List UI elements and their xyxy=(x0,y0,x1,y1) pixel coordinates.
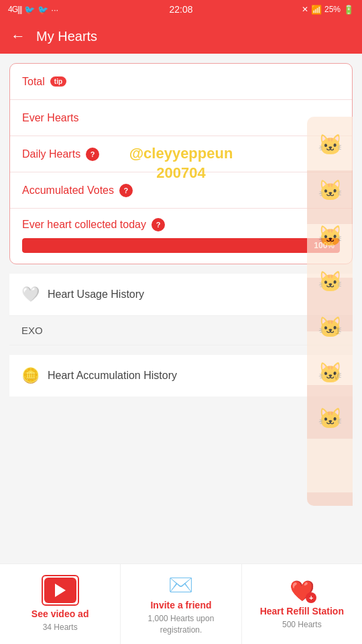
cat-icon-2: 🐱 xyxy=(312,172,348,208)
total-label: Total tip xyxy=(22,76,66,88)
battery-icon: 🔋 xyxy=(343,5,354,15)
accumulated-votes-row: Accumulated Votes ? xyxy=(10,172,352,209)
twitter-icon-1: 🐦 xyxy=(24,5,35,15)
accumulation-row[interactable]: 🪙 Heart Accumulation History ∨ xyxy=(9,355,353,396)
signal-icon: 4G||| xyxy=(8,5,21,14)
status-left: 4G||| 🐦 🐦 ··· xyxy=(8,5,58,15)
cat-icon-5: 🐱 xyxy=(312,309,348,345)
stats-card: Total tip Ever Hearts Daily Hearts ? xyxy=(9,63,353,264)
back-button[interactable]: ← xyxy=(11,28,25,45)
main-content: Total tip Ever Hearts Daily Hearts ? xyxy=(0,54,362,504)
no-signal-icon: ✕ xyxy=(302,5,308,14)
top-nav: ← My Hearts xyxy=(0,19,362,54)
invite-friend-button[interactable]: ✉️ Invite a friend 1,000 Hearts upon reg… xyxy=(121,564,241,644)
accumulation-section: 🪙 Heart Accumulation History ∨ xyxy=(9,355,353,396)
heart-usage-label: Heart Usage History xyxy=(48,288,144,301)
invite-desc: 1,000 Hearts upon registration. xyxy=(126,613,235,636)
status-right: ✕ 📶 25% 🔋 xyxy=(302,5,354,15)
total-row: Total tip xyxy=(10,64,352,100)
stats-card-wrapper: Total tip Ever Hearts Daily Hearts ? xyxy=(9,63,353,264)
accumulation-label: Heart Accumulation History xyxy=(48,370,177,382)
cat-icon-1: 🐱 xyxy=(312,126,348,162)
invite-title: Invite a friend xyxy=(150,600,211,610)
ever-hearts-label: Ever Hearts xyxy=(22,112,78,124)
daily-hearts-help-icon[interactable]: ? xyxy=(86,148,99,161)
accumulated-votes-label: Accumulated Votes ? xyxy=(22,184,133,197)
cat-icon-4: 🐱 xyxy=(312,263,348,299)
invite-icon: ✉️ xyxy=(166,572,196,597)
heart-refill-icon: ❤️ + xyxy=(287,578,316,603)
cat-icon-3: 🐱 xyxy=(312,217,348,254)
daily-hearts-row: Daily Hearts ? xyxy=(10,136,352,172)
progress-bar-fill xyxy=(22,238,340,253)
heart-usage-history-item[interactable]: 🤍 Heart Usage History xyxy=(9,274,353,316)
video-ad-desc: 34 Hearts xyxy=(43,622,78,633)
wifi-icon: 📶 xyxy=(311,5,322,15)
heart-usage-left: 🤍 Heart Usage History xyxy=(21,286,144,303)
cat-icon-7: 🐱 xyxy=(312,400,348,436)
twitter-icon-2: 🐦 xyxy=(38,5,48,15)
refill-title: Heart Refill Station xyxy=(260,606,344,616)
exo-row: EXO 1 xyxy=(9,316,353,345)
heart-refill-button[interactable]: ❤️ + Heart Refill Station 500 Hearts xyxy=(242,564,362,644)
ever-hearts-row: Ever Hearts xyxy=(10,100,352,136)
accumulated-votes-help-icon[interactable]: ? xyxy=(119,184,133,197)
cat-strip-decoration: 🐱 🐱 🐱 🐱 🐱 🐱 🐱 xyxy=(307,117,353,506)
status-bar: 4G||| 🐦 🐦 ··· 22:08 ✕ 📶 25% 🔋 xyxy=(0,0,362,19)
refill-desc: 500 Hearts xyxy=(282,619,322,631)
daily-hearts-label: Daily Hearts ? xyxy=(22,148,99,161)
battery-text: 25% xyxy=(324,5,341,14)
heart-usage-icon: 🤍 xyxy=(21,286,40,303)
status-time: 22:08 xyxy=(169,4,192,15)
ever-heart-today-help-icon[interactable]: ? xyxy=(152,218,165,231)
bottom-bar: See video ad 34 Hearts ✉️ Invite a frien… xyxy=(0,564,362,644)
video-ad-title: See video ad xyxy=(32,608,89,619)
cat-icon-6: 🐱 xyxy=(312,354,348,390)
ever-heart-today-label: Ever heart collected today ? xyxy=(22,218,340,231)
accumulation-icon: 🪙 xyxy=(21,367,40,384)
exo-label: EXO xyxy=(21,325,43,336)
ever-heart-today-row: Ever heart collected today ? 100% xyxy=(10,209,352,264)
tip-badge: tip xyxy=(50,76,66,87)
progress-bar: 100% xyxy=(22,238,340,253)
video-ad-icon xyxy=(42,575,79,606)
more-icon: ··· xyxy=(51,5,58,15)
page-title: My Hearts xyxy=(36,29,97,44)
accumulation-left: 🪙 Heart Accumulation History xyxy=(21,367,177,384)
video-ad-button[interactable]: See video ad 34 Hearts xyxy=(0,564,121,644)
play-icon xyxy=(44,578,76,603)
